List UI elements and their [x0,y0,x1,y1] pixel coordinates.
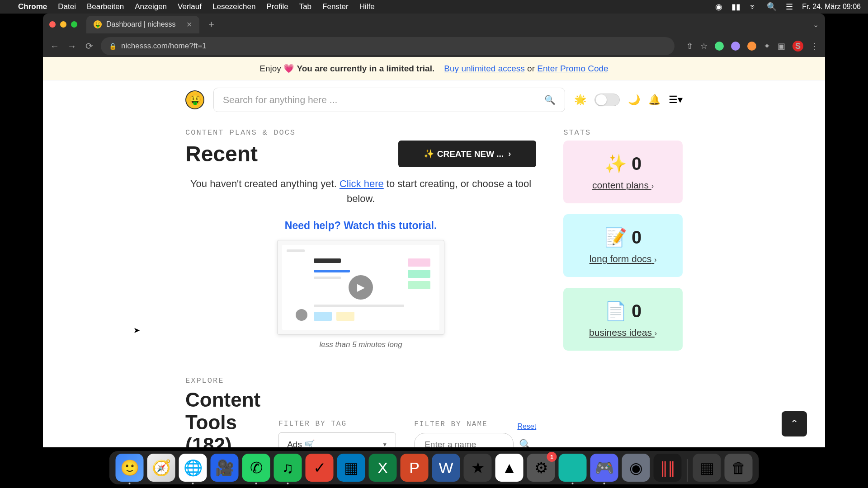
spotlight-icon[interactable]: 🔍 [767,2,777,12]
dock-discord[interactable]: 🎮 [590,454,618,482]
menubar-clock[interactable]: Fr. 24. März 09:06 [802,3,861,11]
dock-safari[interactable]: 🧭 [147,454,175,482]
stats-heading: STATS [563,128,683,137]
dock-finder[interactable]: 🙂 [116,454,144,482]
profile-avatar[interactable]: S [793,41,803,52]
menubar-item[interactable]: Bearbeiten [87,2,124,11]
filter-name-input[interactable] [414,433,514,447]
extension-icon[interactable] [731,42,740,51]
chevron-right-icon: › [655,329,657,338]
play-icon: ▶ [349,275,373,300]
install-icon[interactable]: ⇧ [686,41,693,51]
dock-mission-control[interactable]: ▦ [693,454,721,482]
chevron-down-icon: ▼ [382,441,387,448]
tutorial-heading[interactable]: Need help? Watch this tutorial. [185,220,536,232]
menubar-item[interactable]: Fenster [322,2,349,11]
menubar-app-name[interactable]: Chrome [18,2,47,11]
wifi-icon[interactable]: ᯤ [750,2,758,12]
window-close-button[interactable] [49,21,56,28]
tab-favicon: 🤑 [94,20,102,28]
record-icon[interactable]: ◉ [715,2,722,12]
click-here-link[interactable]: Click here [340,178,384,189]
chevron-right-icon: › [654,256,656,264]
dock-imovie[interactable]: ★ [464,454,492,482]
create-new-label: ✨ CREATE NEW ... [424,149,504,159]
tabs-dropdown-icon[interactable]: ⌄ [813,20,819,29]
reload-button[interactable]: ⟳ [84,41,94,52]
dock-system-preferences[interactable]: ⚙1 [527,454,555,482]
tab-close-icon[interactable]: ✕ [186,20,192,29]
promo-code-link[interactable]: Enter Promo Code [537,64,608,73]
search-icon[interactable]: 🔍 [519,439,531,447]
window-minimize-button[interactable] [60,21,66,28]
business-ideas-link[interactable]: business ideas › [589,327,657,338]
tutorial-video-thumbnail[interactable]: ▶ [277,240,444,335]
search-icon[interactable]: 🔍 [544,94,556,105]
menubar-item[interactable]: Verlauf [178,2,202,11]
app-logo[interactable]: 🤑 [185,90,204,109]
dock-zoom[interactable]: 🎥 [211,454,239,482]
bookmark-icon[interactable]: ☆ [700,41,708,51]
explore-eyebrow: EXPLORE [185,376,260,385]
search-input[interactable]: Search for anything here ... 🔍 [213,88,565,112]
dock-todoist[interactable]: ✓ [306,454,334,482]
extension-icon[interactable] [715,42,724,51]
browser-tabbar: 🤑 Dashboard | nichesss ✕ + ⌄ [43,14,825,35]
buy-unlimited-link[interactable]: Buy unlimited access [444,64,524,73]
menubar-item[interactable]: Lesezeichen [212,2,255,11]
dock-whatsapp[interactable]: ✆ [242,454,270,482]
menubar-item[interactable]: Datei [58,2,76,11]
dock-voice-memos[interactable]: ‖‖ [654,454,682,482]
trial-banner: Enjoy 💗 You are currently in a limited t… [43,57,825,80]
dock-badge: 1 [547,452,557,462]
lock-icon: 🔒 [109,42,117,50]
dock-chrome[interactable]: 🌐 [179,454,207,482]
sun-icon: 🌟 [574,94,586,106]
chevron-right-icon: › [508,149,511,159]
sidepanel-icon[interactable]: ▣ [778,41,785,51]
moon-icon: 🌙 [628,94,640,106]
search-placeholder: Search for anything here ... [223,94,337,105]
dock-trello[interactable]: ▦ [337,454,365,482]
macos-dock: 🙂 🧭 🌐 🎥 ✆ ♫ ✓ ▦ X P W ★ ▲ ⚙1 🎮 ◉ ‖‖ ▦ 🗑 [109,451,759,484]
dock-powerpoint[interactable]: P [401,454,429,482]
window-maximize-button[interactable] [71,21,77,28]
theme-toggle[interactable] [594,94,620,106]
filter-tag-select[interactable]: Ads 🛒 ▼ [278,432,396,447]
tab-title: Dashboard | nichesss [106,20,176,28]
dock-app-browser[interactable]: ◉ [622,454,650,482]
new-tab-button[interactable]: + [204,19,219,30]
filter-reset-link[interactable]: Reset [517,422,536,431]
menubar-item[interactable]: Tab [299,2,311,11]
stats-card-business-ideas: 📄 0 business ideas › [563,288,683,351]
stats-value: 0 [632,227,642,248]
dock-spotify[interactable]: ♫ [274,454,302,482]
scroll-to-top-button[interactable]: ⌃ [782,411,807,436]
create-new-button[interactable]: ✨ CREATE NEW ... › [398,141,536,167]
control-center-icon[interactable]: ☰ [786,2,793,12]
dock-app-teal[interactable] [559,454,587,482]
forward-button[interactable]: → [66,41,77,52]
browser-tab[interactable]: 🤑 Dashboard | nichesss ✕ [86,16,199,33]
stats-card-long-form-docs: 📝 0 long form docs › [563,214,683,277]
battery-icon[interactable]: ▮▮ [731,2,741,12]
stats-card-content-plans: ✨ 0 content plans › [563,141,683,203]
chrome-menu-icon[interactable]: ⋮ [811,41,819,51]
extension-icon[interactable] [747,42,756,51]
content-plans-link[interactable]: content plans › [592,180,654,190]
main-menu-icon[interactable]: ☰▾ [669,94,683,106]
long-form-docs-link[interactable]: long form docs › [590,253,657,264]
dock-google-drive[interactable]: ▲ [495,454,524,482]
menubar-item[interactable]: Profile [266,2,288,11]
address-bar[interactable]: 🔒 nichesss.com/home?ft=1 [101,37,675,55]
menubar-item[interactable]: Hilfe [359,2,375,11]
back-button[interactable]: ← [49,41,60,52]
notifications-icon[interactable]: 🔔 [648,94,660,106]
dock-excel[interactable]: X [369,454,397,482]
dock-word[interactable]: W [432,454,460,482]
extensions-menu-icon[interactable]: ✦ [764,41,770,51]
menubar-item[interactable]: Anzeigen [135,2,167,11]
banner-or: or [527,64,537,73]
page-content: Enjoy 💗 You are currently in a limited t… [43,57,825,447]
dock-trash[interactable]: 🗑 [725,454,753,482]
